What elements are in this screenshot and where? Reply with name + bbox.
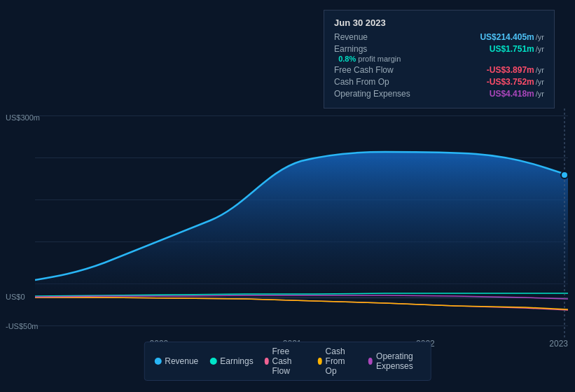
tooltip-pm-label: profit margin	[358, 55, 401, 63]
legend-opex[interactable]: Operating Expenses	[368, 346, 421, 376]
tooltip-opex-label: Operating Expenses	[334, 89, 410, 99]
tooltip-earnings-unit: /yr	[536, 45, 544, 53]
tooltip-date: Jun 30 2023	[334, 18, 544, 28]
tooltip-profit-margin: 0.8% profit margin	[334, 55, 544, 63]
tooltip-earnings-row: Earnings US$1.751m/yr	[334, 44, 544, 54]
tooltip-revenue-label: Revenue	[334, 32, 368, 42]
tooltip-cfo-label: Cash From Op	[334, 77, 389, 87]
legend: Revenue Earnings Free Cash Flow Cash Fro…	[144, 342, 431, 381]
legend-cfo[interactable]: Cash From Op	[318, 346, 357, 376]
tooltip-opex-unit: /yr	[536, 90, 544, 98]
legend-label-earnings: Earnings	[220, 356, 253, 366]
legend-dot-opex	[368, 358, 373, 365]
legend-fcf[interactable]: Free Cash Flow	[265, 346, 307, 376]
revenue-area	[35, 152, 568, 298]
tooltip-opex-val: US$4.418m	[490, 89, 534, 99]
tooltip-pm-val: 0.8%	[338, 55, 356, 63]
revenue-dot	[561, 172, 568, 178]
tooltip-fcf-row: Free Cash Flow -US$3.897m/yr	[334, 65, 544, 75]
tooltip-cfo-row: Cash From Op -US$3.752m/yr	[334, 77, 544, 87]
tooltip-fcf-unit: /yr	[536, 66, 544, 74]
tooltip-cfo-unit: /yr	[536, 78, 544, 86]
chart-container: US$300m US$0 -US$50m 2020	[0, 0, 575, 392]
tooltip-revenue-unit: /yr	[536, 33, 544, 41]
legend-dot-fcf	[265, 358, 269, 365]
chart-svg	[35, 108, 568, 340]
legend-label-cfo: Cash From Op	[326, 346, 358, 376]
tooltip-fcf-val: -US$3.897m	[487, 65, 534, 75]
y-label-zero: US$0	[6, 293, 25, 301]
legend-label-opex: Operating Expenses	[376, 351, 421, 371]
cfo-line	[35, 298, 568, 309]
legend-dot-earnings	[209, 358, 216, 365]
legend-dot-cfo	[318, 358, 322, 365]
legend-label-revenue: Revenue	[165, 356, 198, 366]
legend-revenue[interactable]: Revenue	[154, 346, 198, 376]
tooltip-opex-row: Operating Expenses US$4.418m/yr	[334, 89, 544, 99]
tooltip: Jun 30 2023 Revenue US$214.405m/yr Earni…	[324, 10, 555, 108]
tooltip-revenue-row: Revenue US$214.405m/yr	[334, 32, 544, 42]
y-label-neg: -US$50m	[6, 322, 38, 330]
tooltip-earnings-val: US$1.751m	[490, 44, 534, 54]
tooltip-cfo-val: -US$3.752m	[487, 77, 534, 87]
x-label-2023: 2023	[549, 339, 568, 349]
fcf-line	[35, 298, 568, 310]
tooltip-fcf-label: Free Cash Flow	[334, 65, 394, 75]
legend-dot-revenue	[154, 358, 161, 365]
legend-label-fcf: Free Cash Flow	[272, 346, 306, 376]
tooltip-revenue-val: US$214.405m	[480, 32, 534, 42]
tooltip-earnings-label: Earnings	[334, 44, 367, 54]
legend-earnings[interactable]: Earnings	[209, 346, 253, 376]
